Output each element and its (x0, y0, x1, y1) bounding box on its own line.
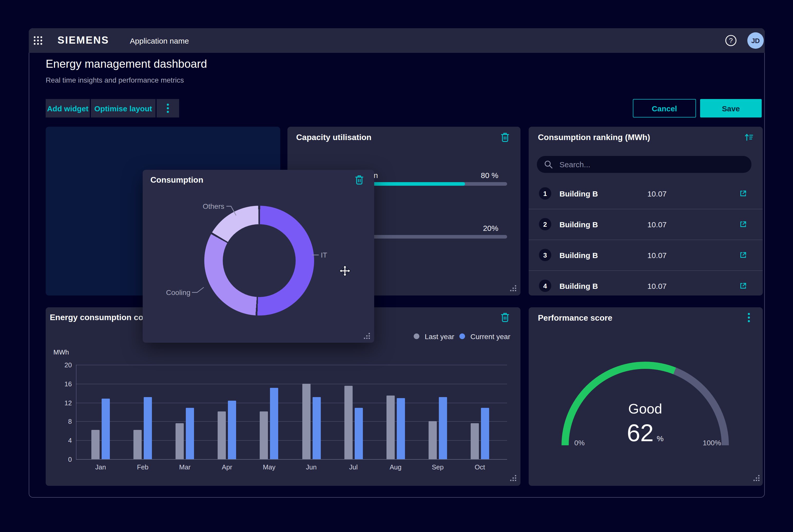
bar-last-year (133, 430, 142, 459)
donut-label-cooling: Cooling (160, 288, 190, 297)
sort-icon[interactable] (744, 133, 754, 141)
y-tick-label: 0 (54, 456, 72, 463)
ranking-row[interactable]: 3Building B10.07 (529, 240, 763, 270)
app-launcher-icon[interactable] (33, 35, 43, 46)
ranking-row[interactable]: 1Building B10.07 (529, 178, 763, 209)
optimise-layout-button[interactable]: Optimise layout (91, 99, 155, 117)
y-axis-line (76, 365, 76, 459)
add-widget-button[interactable]: Add widget (46, 99, 90, 117)
consumption-popup[interactable]: Consumption Others IT Cooling (143, 170, 374, 343)
delete-widget-icon[interactable] (500, 312, 510, 323)
ranking-row[interactable]: 4Building B10.07 (529, 270, 763, 301)
legend-label-current-year: Current year (471, 332, 511, 341)
capacity-title: Capacity utilisation (296, 133, 371, 142)
delete-widget-icon[interactable] (355, 175, 364, 185)
gauge-unit: % (657, 434, 664, 443)
x-tick-label: Jul (340, 463, 366, 471)
x-tick-label: Mar (172, 463, 198, 471)
gridline (76, 384, 507, 384)
help-icon[interactable]: ? (725, 34, 737, 47)
y-tick-label: 16 (54, 380, 72, 388)
gridline (76, 459, 507, 460)
bar-current-year (481, 407, 489, 459)
bar-current-year (144, 397, 152, 459)
x-tick-label: Oct (467, 463, 493, 471)
building-name: Building B (559, 282, 598, 290)
bar-last-year (302, 384, 310, 459)
consumption-value: 10.07 (631, 220, 683, 229)
kebab-icon (747, 312, 751, 323)
widget-more-button[interactable] (747, 312, 751, 323)
open-external-icon[interactable] (739, 251, 747, 259)
x-tick-label: May (256, 463, 282, 471)
x-tick-label: Feb (130, 463, 155, 471)
gauge-max-label: 100% (699, 439, 725, 447)
legend-label-last-year: Last year (425, 332, 454, 341)
toolbar-more-button[interactable] (156, 99, 179, 117)
bar-last-year (428, 421, 437, 459)
x-tick-label: Sep (425, 463, 451, 471)
bar-last-year (260, 412, 268, 459)
gauge-min-label: 0% (567, 439, 592, 447)
legend-dot-current-year (459, 334, 465, 339)
consumption-value: 10.07 (631, 282, 683, 290)
x-tick-label: Jun (298, 463, 324, 471)
x-tick-label: Jan (88, 463, 113, 471)
rank-badge: 3 (539, 249, 551, 261)
donut-label-others: Others (173, 202, 224, 210)
energy-title: Energy consumption com (50, 313, 151, 322)
resize-handle-icon[interactable] (753, 475, 760, 481)
rank-badge: 1 (539, 187, 551, 200)
donut-label-it: IT (321, 251, 327, 259)
capacity-bar2-value: 20% (476, 224, 498, 232)
x-tick-label: Aug (383, 463, 408, 471)
user-avatar[interactable]: JD (747, 32, 764, 49)
rank-badge: 2 (539, 218, 551, 230)
bar-current-year (102, 399, 110, 459)
ranking-row[interactable]: 2Building B10.07 (529, 209, 763, 240)
delete-widget-icon[interactable] (500, 132, 510, 142)
bar-last-year (386, 396, 394, 459)
ranking-title: Consumption ranking (MWh) (538, 133, 650, 142)
bar-current-year (439, 397, 447, 459)
application-name: Application name (130, 36, 189, 45)
gauge-status: Good (568, 401, 722, 417)
search-input[interactable] (537, 156, 752, 173)
y-tick-label: 4 (54, 437, 72, 444)
donut-hole (223, 224, 296, 297)
building-name: Building B (559, 189, 598, 198)
rank-badge: 4 (539, 280, 551, 292)
kebab-icon (166, 103, 169, 113)
dashboard-root: SIEMENS Application name ? JD Energy man… (0, 0, 793, 532)
page-subtitle: Real time insights and performance metri… (46, 76, 184, 84)
y-tick-label: 20 (54, 361, 72, 369)
open-external-icon[interactable] (739, 220, 747, 228)
siemens-logo: SIEMENS (57, 34, 109, 46)
building-name: Building B (559, 220, 598, 229)
bar-last-year (91, 430, 99, 459)
resize-handle-icon[interactable] (510, 475, 516, 481)
legend-current-year: Current year (459, 331, 511, 341)
save-button[interactable]: Save (700, 99, 762, 117)
bar-current-year (312, 397, 320, 459)
building-name: Building B (559, 251, 598, 260)
y-tick-label: 12 (54, 399, 72, 406)
open-external-icon[interactable] (739, 189, 747, 197)
capacity-bar1-value: 80 % (474, 171, 498, 179)
page-title: Energy management dashboard (46, 57, 207, 71)
gridline (76, 365, 507, 365)
bar-last-year (471, 423, 479, 459)
resize-handle-icon[interactable] (363, 332, 370, 339)
donut-leader-it (312, 254, 319, 256)
consumption-value: 10.07 (631, 251, 683, 260)
performance-title: Performance score (538, 314, 612, 323)
bar-current-year (270, 388, 278, 459)
donut-leader-cooling (192, 285, 205, 294)
bar-current-year (186, 407, 194, 459)
bar-last-year (218, 412, 226, 459)
x-tick-label: Apr (214, 463, 240, 471)
gauge-value: 62 (627, 420, 653, 446)
resize-handle-icon[interactable] (510, 285, 516, 291)
cancel-button[interactable]: Cancel (633, 99, 696, 117)
open-external-icon[interactable] (739, 282, 747, 290)
